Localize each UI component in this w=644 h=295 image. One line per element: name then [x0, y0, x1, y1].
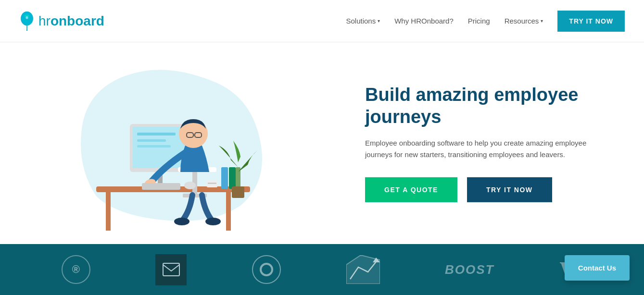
svg-rect-27: [221, 167, 228, 189]
chevron-down-icon: ▾: [378, 18, 380, 24]
svg-rect-32: [232, 186, 244, 198]
svg-rect-30: [208, 183, 216, 184]
hero-buttons: GET A QUOTE TRY IT NOW: [365, 177, 615, 202]
nav-why-hronboard[interactable]: Why HROnboard?: [394, 17, 454, 25]
footer-logo-vodafone: [252, 255, 281, 284]
boost-logo-text: BOOST: [445, 262, 494, 277]
hero-content: Build amazing employee journeys Employee…: [365, 84, 615, 202]
hero-subtitle: Employee onboarding software to help you…: [365, 137, 615, 160]
nav: Solutions ▾ Why HROnboard? Pricing Resou…: [346, 11, 625, 32]
hero-illustration: [0, 42, 289, 244]
person-illustration: [77, 71, 260, 244]
logo[interactable]: hronboard: [19, 12, 104, 31]
svg-rect-12: [137, 133, 176, 135]
nav-resources[interactable]: Resources ▾: [505, 17, 543, 25]
vodafone-logo-icon: [252, 255, 281, 284]
r-logo-icon: ®: [62, 255, 90, 284]
chart-icon: [346, 255, 380, 284]
try-it-now-button[interactable]: TRY IT NOW: [467, 177, 552, 202]
logo-icon: [19, 12, 35, 31]
svg-rect-14: [137, 145, 171, 148]
header: hronboard Solutions ▾ Why HROnboard? Pri…: [0, 0, 644, 42]
svg-rect-7: [226, 192, 231, 231]
footer-logos-bar: ® BOOST W: [0, 244, 644, 295]
get-a-quote-button[interactable]: GET A QUOTE: [365, 177, 457, 202]
hero-section: Build amazing employee journeys Employee…: [0, 42, 644, 244]
footer-logo-chart: [346, 255, 380, 284]
hero-title: Build amazing employee journeys: [365, 84, 615, 128]
logo-text: hronboard: [38, 13, 104, 29]
email-logo-box: [155, 254, 187, 285]
svg-point-19: [205, 218, 221, 225]
svg-point-2: [25, 16, 28, 19]
footer-logo-boost: BOOST: [445, 262, 494, 277]
nav-pricing[interactable]: Pricing: [468, 17, 490, 25]
nav-solutions[interactable]: Solutions ▾: [346, 17, 380, 25]
contact-us-button[interactable]: Contact Us: [565, 255, 630, 281]
svg-rect-13: [137, 139, 166, 142]
svg-point-26: [184, 182, 196, 189]
svg-rect-6: [106, 192, 111, 231]
svg-rect-28: [229, 167, 236, 189]
envelope-icon: [163, 263, 180, 276]
svg-rect-33: [163, 263, 179, 276]
footer-logo-email: [155, 254, 187, 285]
svg-rect-25: [142, 183, 180, 190]
svg-point-18: [174, 218, 189, 225]
footer-logo-registered: ®: [62, 255, 90, 284]
svg-point-4: [26, 29, 28, 30]
header-try-button[interactable]: TRY IT NOW: [557, 11, 625, 32]
chevron-down-icon-resources: ▾: [541, 18, 543, 24]
